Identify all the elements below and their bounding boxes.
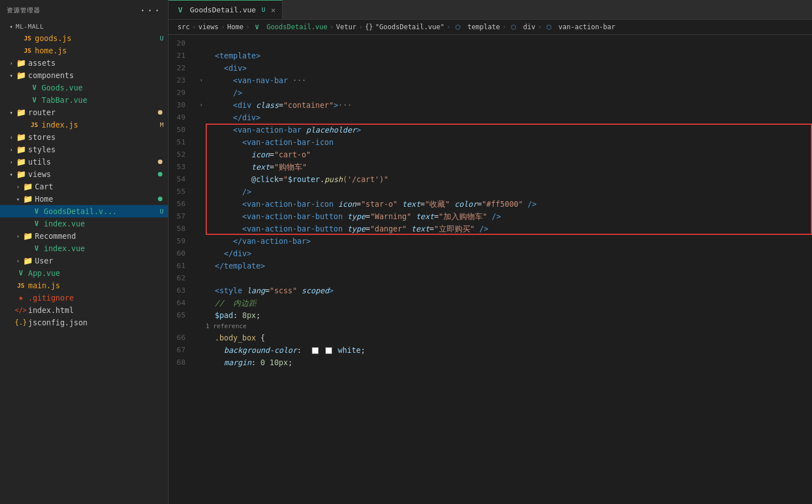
chevron-assets (7, 58, 16, 67)
breadcrumb-van-action-bar[interactable]: van-action-bar (559, 23, 615, 31)
line-num-23: 23 (169, 74, 197, 87)
cart-label: Cart (35, 182, 168, 191)
code-line-59: 59 </van-action-bar> (169, 235, 812, 247)
code-editor[interactable]: 20 21 <template> 22 <div> 23 › <van-nav-… (169, 35, 812, 504)
line-num-64: 64 (169, 297, 197, 309)
goods-vue-label: Goods.vue (42, 83, 168, 92)
main-js-label: main.js (28, 281, 168, 290)
sidebar-item-router[interactable]: 📁 router (0, 106, 168, 119)
chevron-components (7, 71, 16, 80)
chevron-root (7, 22, 16, 31)
goods-js-badge: U (160, 35, 164, 42)
line-content-51: <van-action-bar-icon (206, 136, 812, 148)
sidebar-item-user[interactable]: 📁 User (0, 255, 168, 267)
git-file-icon: ◈ (16, 293, 26, 303)
line-num-68: 68 (169, 356, 197, 369)
chevron-recommend (13, 231, 22, 240)
line-content-59: </van-action-bar> (206, 235, 812, 247)
code-line-50: 50 <van-action-bar placeholder> (169, 124, 812, 136)
line-num-65: 65 (169, 309, 197, 321)
code-line-64: 64 // 内边距 (169, 297, 812, 309)
breadcrumb-src[interactable]: src (178, 23, 190, 31)
sidebar-item-recommend[interactable]: 📁 Recommend (0, 230, 168, 242)
router-dot (158, 110, 162, 115)
router-label: router (28, 108, 158, 117)
breadcrumb-van-action-bar-icon: ⬡ (544, 22, 554, 32)
code-line-58: 58 <van-action-bar-button type="danger" … (169, 223, 812, 235)
sidebar-item-router-index-js[interactable]: JS index.js M (0, 119, 168, 131)
line-num-49: 49 (169, 111, 197, 124)
chevron-home (13, 194, 22, 203)
folder-icon: 📁 (22, 231, 33, 241)
sidebar-item-home-index-vue[interactable]: V index.vue (0, 217, 168, 230)
sidebar-item-app-vue[interactable]: V App.vue (0, 267, 168, 279)
code-line-66: 66 .body_box { (169, 332, 812, 344)
code-line-61: 61 </template> (169, 260, 812, 272)
folder-icon: 📁 (16, 169, 26, 179)
sidebar-item-tabbar-vue[interactable]: V TabBar.vue (0, 94, 168, 106)
code-line-62: 62 (169, 272, 812, 284)
code-line-23: 23 › <van-nav-bar ··· (169, 74, 812, 87)
sidebar-item-gitignore[interactable]: ◈ .gitignore (0, 292, 168, 304)
sidebar-root[interactable]: ML-MALL (0, 21, 168, 32)
sidebar-item-main-js[interactable]: JS main.js (0, 279, 168, 292)
sidebar-item-cart[interactable]: 📁 Cart (0, 180, 168, 193)
json-file-icon: {.} (16, 317, 26, 328)
code-line-63: 63 <style lang="scss" scoped> (169, 284, 812, 297)
line-expand-30[interactable]: › (197, 99, 206, 111)
line-content-22: <div> (206, 62, 812, 74)
code-line-55: 55 /> (169, 185, 812, 198)
breadcrumb-div-icon: ⬡ (509, 22, 519, 32)
tabbar-vue-label: TabBar.vue (42, 96, 168, 105)
line-content-60: </div> (206, 247, 812, 260)
recommend-label: Recommend (35, 231, 168, 240)
utils-dot (158, 160, 162, 164)
chevron-styles (7, 145, 16, 154)
sidebar-item-jsconfig-json[interactable]: {.} jsconfig.json (0, 316, 168, 329)
active-tab[interactable]: V GoodsDetail.vue U × (169, 0, 283, 19)
breadcrumb-template[interactable]: template (468, 23, 500, 31)
code-line-57: 57 <van-action-bar-button type="Warning"… (169, 210, 812, 223)
sidebar-item-stores[interactable]: 📁 stores (0, 131, 168, 143)
line-content-67: background-color: white; (206, 344, 812, 356)
breadcrumb-div[interactable]: div (523, 23, 536, 31)
sidebar-item-home-js[interactable]: JS home.js (0, 44, 168, 57)
sidebar-item-goodsdetail-vue[interactable]: V GoodsDetail.v... U (0, 205, 168, 217)
vue-file-icon: V (31, 206, 42, 216)
editor-area: V GoodsDetail.vue U × src › views › Home… (169, 0, 812, 504)
vue-file-icon: V (29, 83, 39, 93)
user-label: User (35, 256, 168, 265)
line-num-30: 30 (169, 99, 197, 111)
sidebar-item-home[interactable]: 📁 Home (0, 193, 168, 205)
line-expand-23[interactable]: › (197, 74, 206, 87)
sidebar-item-styles[interactable]: 📁 styles (0, 143, 168, 156)
line-content-63: <style lang="scss" scoped> (206, 284, 812, 297)
router-index-js-badge: M (160, 121, 164, 129)
sidebar-item-assets[interactable]: 📁 assets (0, 57, 168, 69)
chevron-stores (7, 133, 16, 142)
sidebar-item-views[interactable]: 📁 views (0, 168, 168, 180)
line-num-67: 67 (169, 344, 197, 356)
sidebar-item-components[interactable]: 📁 components (0, 69, 168, 81)
stores-label: stores (28, 133, 168, 142)
breadcrumb-goodsdetail-str[interactable]: "GoodsDetail.vue" (375, 23, 444, 31)
breadcrumb-goodsdetail[interactable]: GoodsDetail.vue (266, 23, 327, 31)
home-index-vue-label: index.vue (44, 219, 168, 228)
line-num-59: 59 (169, 235, 197, 247)
sidebar-item-recommend-index-vue[interactable]: V index.vue (0, 242, 168, 255)
breadcrumb-home[interactable]: Home (227, 23, 243, 31)
sidebar-item-index-html[interactable]: </> index.html (0, 304, 168, 316)
line-content-54: @click="$router.push('/cart')" (206, 173, 812, 185)
sidebar-menu-icon[interactable]: ··· (139, 4, 161, 16)
code-line-60: 60 </div> (169, 247, 812, 260)
folder-icon: 📁 (16, 70, 26, 80)
assets-label: assets (28, 58, 168, 67)
breadcrumb-vetur[interactable]: Vetur (336, 23, 356, 31)
line-content-55: /> (206, 185, 812, 198)
line-content-66: .body_box { (206, 332, 812, 344)
sidebar-item-utils[interactable]: 📁 utils (0, 156, 168, 168)
tab-close-button[interactable]: × (271, 6, 275, 15)
breadcrumb-views[interactable]: views (198, 23, 219, 31)
sidebar-item-goods-js[interactable]: JS goods.js U (0, 32, 168, 44)
sidebar-item-goods-vue[interactable]: V Goods.vue (0, 81, 168, 94)
